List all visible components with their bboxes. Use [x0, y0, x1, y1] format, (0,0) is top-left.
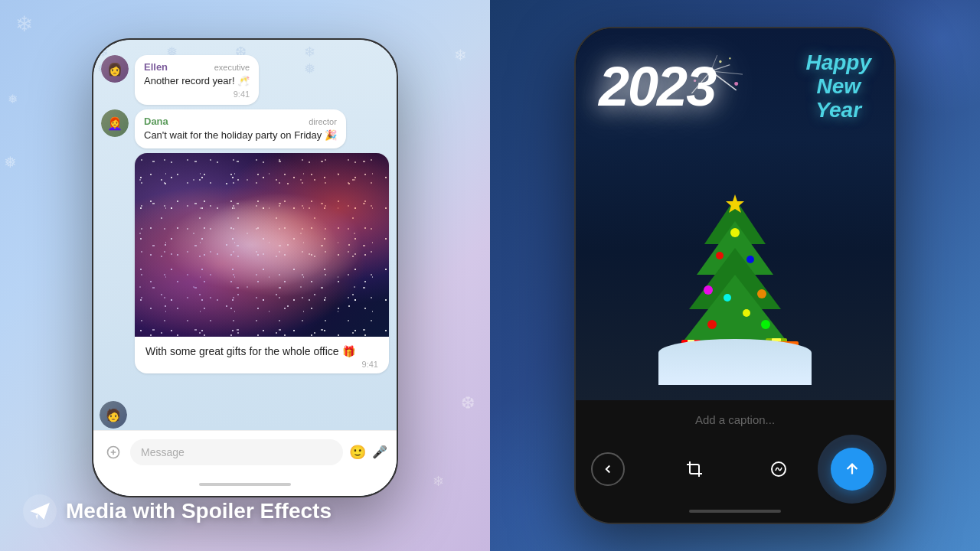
svg-point-24: [724, 294, 731, 302]
snowflake-icon: ❅: [4, 153, 17, 171]
mic-icon[interactable]: 🎤: [372, 445, 387, 459]
svg-line-8: [710, 71, 743, 74]
snowflake-icon: ❅: [8, 92, 18, 106]
sender-name: Ellen: [144, 61, 168, 73]
svg-point-10: [719, 60, 721, 63]
left-panel: ❄ ❄ ❅ ❆ ❄ ❅ 👩 Ellen executive: [0, 0, 490, 551]
input-icons: 🙂 🎤: [349, 444, 387, 461]
home-indicator: [93, 473, 397, 496]
input-placeholder: Message: [141, 446, 185, 458]
spoiler-image[interactable]: [135, 153, 389, 337]
attach-icon[interactable]: [103, 442, 124, 463]
table-row: 👩‍🦰 Dana director Can't wait for the hol…: [101, 109, 389, 148]
send-button-glow: [818, 435, 887, 504]
svg-point-19: [730, 228, 740, 237]
snowflake-icon: ❄: [454, 46, 467, 64]
home-bar: [199, 483, 291, 486]
caption-time: 9:41: [145, 360, 378, 369]
avatar: 👩‍🦰: [101, 109, 129, 137]
greeting-text: HappyNewYear: [805, 51, 871, 122]
snowflake-icon: ❄: [15, 11, 33, 37]
message-text: Another record year! 🥂: [144, 74, 250, 88]
chat-background: 👩 Ellen executive Another record year! 🥂…: [93, 40, 397, 430]
svg-point-12: [734, 82, 738, 86]
phone-right: 2023 HappyNewYear: [574, 27, 896, 524]
media-caption-area: With some great gifts for the whole offi…: [135, 337, 389, 373]
year-display: 2023: [599, 59, 715, 114]
svg-point-25: [743, 309, 750, 317]
sender-role: executive: [214, 63, 250, 72]
bottom-toolbar: [576, 439, 894, 500]
chat-input-bar: Message 🙂 🎤: [93, 430, 397, 473]
list-item: Ellen executive Another record year! 🥂 9…: [135, 55, 259, 105]
sticker-icon[interactable]: 🙂: [349, 444, 366, 461]
crop-button[interactable]: [679, 454, 710, 484]
spoiler-media-bubble[interactable]: With some great gifts for the whole offi…: [135, 153, 389, 373]
back-button[interactable]: [591, 452, 625, 486]
svg-point-23: [757, 289, 766, 298]
avatar: 👩: [101, 55, 129, 83]
sender-name: Dana: [144, 116, 168, 127]
ny-image: 2023 HappyNewYear: [576, 28, 894, 400]
svg-point-27: [761, 320, 770, 329]
christmas-tree: [658, 191, 812, 385]
draw-button[interactable]: [763, 454, 794, 484]
snow-ground: [658, 339, 812, 385]
chat-messages: 👩 Ellen executive Another record year! 🥂…: [101, 47, 389, 373]
snowflake-icon: ❆: [461, 393, 475, 413]
svg-point-22: [704, 285, 713, 295]
message-time: 9:41: [144, 90, 250, 99]
sender-role: director: [309, 117, 337, 126]
caption-placeholder[interactable]: Add a caption...: [588, 413, 882, 426]
table-row: 👩 Ellen executive Another record year! 🥂…: [101, 55, 389, 105]
caption-area: Add a caption...: [576, 400, 894, 439]
home-bar: [689, 510, 781, 513]
caption-text: With some great gifts for the whole offi…: [145, 344, 378, 360]
avatar: 🧑: [100, 401, 127, 429]
svg-point-11: [729, 57, 730, 59]
branding: Media with Spoiler Effects: [23, 494, 332, 528]
list-item: Dana director Can't wait for the holiday…: [135, 109, 346, 148]
purple-glow: [135, 153, 389, 337]
branding-text: Media with Spoiler Effects: [66, 499, 332, 523]
telegram-logo-icon: [23, 494, 57, 528]
svg-point-21: [746, 256, 754, 263]
phone-left: 👩 Ellen executive Another record year! 🥂…: [92, 38, 398, 497]
svg-point-26: [707, 320, 717, 329]
message-text: Can't wait for the holiday party on Frid…: [144, 129, 337, 142]
svg-point-20: [716, 252, 724, 259]
message-input[interactable]: Message: [130, 439, 343, 465]
snowflake-icon: ❄: [433, 473, 444, 490]
right-panel: 2023 HappyNewYear: [490, 0, 980, 551]
send-button[interactable]: [831, 448, 874, 491]
